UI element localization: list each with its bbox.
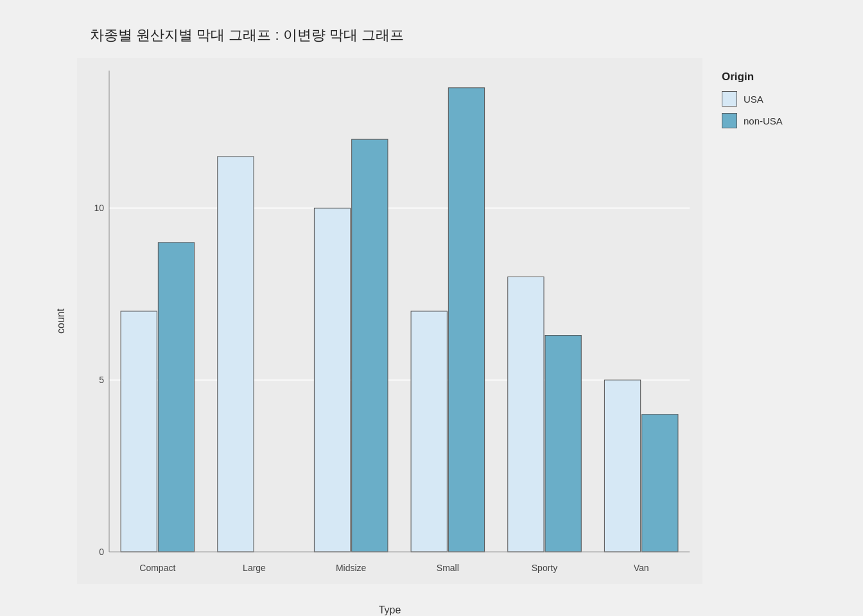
svg-rect-10 — [218, 157, 254, 552]
svg-rect-18 — [508, 277, 544, 552]
legend: Origin USA non-USA — [722, 71, 824, 584]
legend-color-box — [722, 113, 737, 128]
svg-rect-22 — [642, 415, 678, 552]
svg-rect-8 — [158, 243, 194, 552]
svg-rect-16 — [448, 88, 484, 552]
y-axis-label: count — [51, 58, 71, 584]
legend-label: USA — [744, 94, 763, 105]
svg-rect-13 — [352, 139, 388, 552]
svg-rect-0 — [109, 71, 690, 552]
svg-text:0: 0 — [99, 547, 104, 557]
plot-area: 0510CompactLargeMidsizeSmallSportyVan Ty… — [77, 58, 702, 584]
legend-title: Origin — [722, 71, 824, 83]
chart-title: 차종별 원산지별 막대 그래프 : 이변량 막대 그래프 — [90, 26, 824, 45]
x-axis-labels — [77, 558, 702, 584]
legend-item: USA — [722, 91, 824, 107]
x-axis-title: Type — [379, 604, 401, 616]
svg-rect-7 — [121, 311, 157, 552]
legend-color-box — [722, 91, 737, 107]
svg-rect-12 — [314, 208, 350, 552]
svg-rect-15 — [411, 311, 447, 552]
legend-item: non-USA — [722, 113, 824, 128]
svg-rect-19 — [545, 336, 581, 552]
legend-label: non-USA — [744, 116, 783, 126]
svg-rect-21 — [604, 380, 640, 552]
svg-text:5: 5 — [99, 375, 104, 385]
svg-text:10: 10 — [94, 203, 104, 213]
chart-container: 차종별 원산지별 막대 그래프 : 이변량 막대 그래프 count 0510C… — [0, 0, 863, 616]
